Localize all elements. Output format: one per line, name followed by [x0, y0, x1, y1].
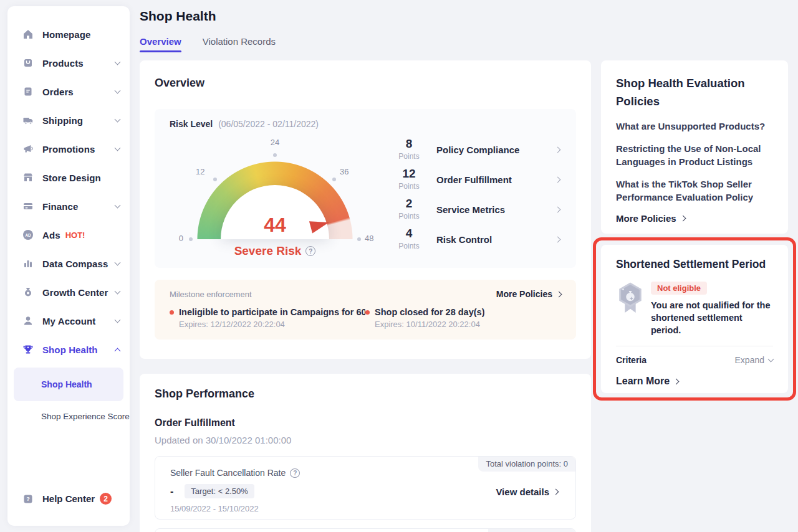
gauge-tick-dot — [213, 178, 217, 181]
sidebar-item-label: Shop Health — [42, 344, 98, 355]
point-unit: Points — [398, 182, 419, 191]
chevron-right-icon — [555, 146, 561, 153]
gauge-tick-label: 24 — [267, 138, 283, 147]
shop-health-page: Homepage Products Orders Shipping — [0, 0, 798, 532]
growth-icon — [22, 287, 34, 298]
chevron-down-icon — [115, 116, 121, 123]
point-unit: Points — [398, 152, 419, 161]
gauge-tick-label: 12 — [196, 167, 204, 176]
chevron-down-icon — [115, 88, 121, 94]
chevron-down-icon — [115, 145, 121, 151]
chevron-right-icon — [673, 378, 680, 384]
gauge-tick-dot — [189, 237, 193, 241]
tab-overview[interactable]: Overview — [140, 36, 181, 57]
chevron-right-icon — [680, 216, 686, 222]
milestone-item: Shop closed for 28 day(s) Expires: 10/11… — [365, 307, 561, 329]
policy-link-non-local-languages[interactable]: Restricting the Use of Non-Local Languag… — [616, 142, 773, 168]
sidebar-item-label: Ads — [42, 230, 60, 240]
point-row-order-fulfillment[interactable]: 12Points Order Fulfillment — [393, 166, 560, 192]
milestone-expires: Expires: 12/12/2022 20:22:04 — [179, 320, 365, 329]
svg-text:AD: AD — [25, 233, 31, 237]
point-row-policy-compliance[interactable]: 8Points Policy Compliance — [393, 136, 560, 163]
not-eligible-badge: Not eligible — [651, 282, 707, 295]
chevron-right-icon — [553, 489, 559, 495]
sidebar-item-growth-center[interactable]: Growth Center — [7, 278, 130, 306]
sidebar-item-homepage[interactable]: Homepage — [7, 20, 130, 49]
more-policies-link[interactable]: More Policies — [496, 289, 561, 299]
risk-level-panel: Risk Level (06/05/2022 - 02/11/2022) 0 1… — [155, 109, 576, 268]
promotions-icon — [22, 143, 34, 154]
metric-card-seller-fault-cancellation: Total violation points: 0 Seller Fault C… — [155, 456, 576, 520]
risk-gauge: 0 12 24 36 48 44 Severe Risk ? — [172, 130, 378, 264]
point-value: 12 — [402, 167, 415, 180]
point-row-risk-control[interactable]: 4Points Risk Control — [393, 226, 560, 252]
view-details-link[interactable]: View details — [496, 487, 558, 497]
sidebar-item-data-compass[interactable]: Data Compass — [7, 249, 130, 278]
chevron-down-icon — [115, 317, 121, 323]
sidebar-item-label: Products — [42, 58, 84, 69]
milestone-text: Ineligible to participate in Campaigns f… — [179, 307, 365, 317]
gauge-tick-label: 36 — [340, 167, 349, 176]
store-icon — [22, 172, 34, 183]
sidebar-item-my-account[interactable]: My Account — [7, 306, 130, 335]
sidebar-subitem-label: Shop Experience Score — [41, 412, 130, 421]
milestone-text: Shop closed for 28 day(s) — [375, 307, 484, 317]
red-dot-icon — [365, 310, 370, 315]
sidebar-item-orders[interactable]: Orders — [7, 77, 130, 106]
point-value: 2 — [406, 197, 413, 210]
point-row-service-metrics[interactable]: 2Points Service Metrics — [393, 196, 560, 222]
hot-badge: HOT! — [65, 230, 85, 240]
sidebar-item-promotions[interactable]: Promotions — [7, 135, 130, 163]
sidebar-item-label: Promotions — [42, 144, 95, 154]
question-circle-icon[interactable]: ? — [305, 246, 315, 256]
risk-level-period: (06/05/2022 - 02/11/2022) — [218, 119, 319, 129]
metric-value: - — [170, 486, 173, 497]
red-highlight-annotation: Shortened Settlement Period Not eligible… — [593, 237, 796, 401]
milestone-item: Ineligible to participate in Campaigns f… — [170, 307, 365, 329]
policy-link-performance-evaluation[interactable]: What is the TikTok Shop Seller Performan… — [616, 178, 773, 204]
svg-text:?: ? — [26, 496, 30, 502]
sidebar-item-store-design[interactable]: Store Design — [7, 163, 130, 192]
more-policies-link[interactable]: More Policies — [616, 213, 773, 224]
question-circle-icon[interactable]: ? — [290, 468, 300, 478]
point-unit: Points — [398, 212, 419, 221]
help-center[interactable]: ? Help Center 2 — [22, 493, 112, 505]
milestone-enforcement-panel: Milestone enforcement More Policies Inel… — [155, 280, 576, 340]
risk-level-label: Risk Level — [170, 119, 213, 129]
learn-more-link[interactable]: Learn More — [616, 376, 773, 387]
sidebar-item-label: Shipping — [42, 115, 83, 126]
red-dot-icon — [170, 310, 174, 315]
risk-score-value: 44 — [172, 214, 378, 237]
point-value: 4 — [406, 227, 413, 240]
shop-performance-heading: Shop Performance — [155, 387, 254, 401]
violation-points-list: 8Points Policy Compliance 12Points Order… — [393, 136, 560, 252]
criteria-label: Criteria — [616, 355, 647, 365]
sidebar-subitem-label: Shop Health — [41, 379, 92, 389]
account-icon — [22, 315, 34, 326]
tab-violation-records[interactable]: Violation Records — [203, 36, 276, 57]
evaluation-policies-card: Shop Health Evaluation Policies What are… — [601, 60, 788, 234]
products-icon — [22, 57, 34, 69]
sidebar-item-finance[interactable]: Finance — [7, 192, 130, 221]
overview-card: Overview Risk Level (06/05/2022 - 02/11/… — [140, 60, 591, 359]
risk-status-row: Severe Risk ? — [172, 244, 378, 258]
target-pill: Target: < 2.50% — [185, 484, 254, 498]
gauge-tick-dot — [357, 237, 361, 241]
metric-period: 15/09/2022 - 15/10/2022 — [170, 504, 259, 513]
chevron-down-icon — [115, 59, 121, 65]
chevron-down-icon — [115, 202, 121, 209]
sidebar-item-products[interactable]: Products — [7, 49, 130, 77]
sidebar-item-ads[interactable]: AD Ads HOT! — [7, 221, 130, 249]
point-unit: Points — [398, 242, 419, 250]
sidebar-item-shipping[interactable]: Shipping — [7, 106, 130, 135]
sidebar-subitem-shop-experience-score[interactable]: Shop Experience Score — [7, 401, 130, 431]
gauge-tick-dot — [273, 153, 277, 157]
chevron-right-icon — [556, 291, 562, 297]
policy-link-unsupported-products[interactable]: What are Unsupported Products? — [616, 120, 773, 133]
criteria-expand-toggle[interactable]: Expand — [735, 355, 773, 365]
sidebar-item-shop-health[interactable]: Shop Health — [7, 335, 130, 364]
sidebar-subitem-shop-health[interactable]: Shop Health — [14, 368, 123, 401]
sidebar-item-label: Finance — [42, 201, 78, 212]
chevron-down-icon — [115, 288, 121, 295]
tab-bar: Overview Violation Records — [140, 36, 276, 57]
